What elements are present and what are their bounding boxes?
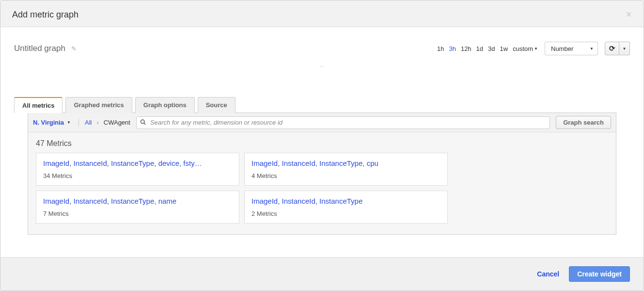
time-range-3h[interactable]: 3h — [449, 45, 456, 52]
custom-label: custom — [513, 45, 533, 52]
caret-down-icon: ▼ — [623, 47, 627, 51]
graph-controls: 1h 3h 12h 1d 3d 1w custom ▼ Number ▼ — [437, 42, 630, 55]
metric-card-title: ImageId, InstanceId, InstanceType — [251, 197, 440, 205]
graph-title-area: Untitled graph ✎ — [14, 44, 77, 53]
metric-card[interactable]: ImageId, InstanceId, InstanceType, devic… — [36, 153, 239, 186]
breadcrumb-root[interactable]: All — [85, 119, 92, 126]
tab-all-metrics[interactable]: All metrics — [14, 97, 63, 113]
metric-cards: ImageId, InstanceId, InstanceType, devic… — [36, 153, 608, 224]
metrics-body: 47 Metrics ImageId, InstanceId, Instance… — [28, 132, 616, 234]
filter-bar: N. Virginia ▼ All › CWAgent Graph — [28, 113, 616, 132]
search-input[interactable] — [136, 116, 550, 129]
chevron-down-icon: ▼ — [67, 120, 71, 125]
time-range-3d[interactable]: 3d — [488, 45, 495, 52]
metrics-panel: N. Virginia ▼ All › CWAgent Graph — [28, 113, 616, 235]
graph-header: Untitled graph ✎ 1h 3h 12h 1d 3d 1w cust… — [0, 27, 644, 63]
breadcrumb: All › CWAgent — [85, 119, 130, 126]
time-range-1w[interactable]: 1w — [500, 45, 508, 52]
chart-type-select[interactable]: Number ▼ — [545, 42, 598, 55]
modal-footer: Cancel Create widget — [0, 257, 644, 291]
close-icon[interactable]: × — [626, 9, 632, 20]
search-wrap — [136, 116, 550, 129]
tabs: All metrics Graphed metrics Graph option… — [14, 97, 630, 113]
svg-point-0 — [141, 120, 144, 124]
tabs-container: All metrics Graphed metrics Graph option… — [0, 97, 644, 235]
graph-title: Untitled graph — [14, 44, 65, 53]
svg-line-1 — [144, 123, 145, 124]
metrics-count: 47 Metrics — [36, 139, 608, 148]
breadcrumb-current: CWAgent — [104, 119, 130, 126]
metric-card-count: 7 Metrics — [43, 210, 232, 217]
metric-card-count: 34 Metrics — [43, 172, 232, 179]
modal-title: Add metric graph — [12, 10, 79, 20]
pencil-icon[interactable]: ✎ — [71, 45, 77, 52]
time-range-1h[interactable]: 1h — [437, 45, 444, 52]
caret-down-icon: ▼ — [590, 47, 594, 51]
time-range-12h[interactable]: 12h — [461, 45, 471, 52]
create-widget-button[interactable]: Create widget — [569, 266, 630, 282]
metric-card[interactable]: ImageId, InstanceId, InstanceType 2 Metr… — [244, 191, 448, 224]
modal-add-metric-graph: Add metric graph × Untitled graph ✎ 1h 3… — [0, 0, 644, 291]
caret-down-icon: ▼ — [534, 47, 538, 51]
metric-card-count: 4 Metrics — [251, 172, 440, 179]
metric-card-title: ImageId, InstanceId, InstanceType, devic… — [43, 159, 232, 167]
metric-card[interactable]: ImageId, InstanceId, InstanceType, cpu 4… — [244, 153, 448, 186]
metric-card[interactable]: ImageId, InstanceId, InstanceType, name … — [36, 191, 239, 224]
region-label: N. Virginia — [33, 119, 64, 126]
metric-card-title: ImageId, InstanceId, InstanceType, cpu — [251, 159, 440, 167]
tab-source[interactable]: Source — [198, 97, 236, 113]
chart-type-value: Number — [551, 45, 573, 52]
metric-card-count: 2 Metrics — [251, 210, 440, 217]
refresh-icon: ⟳ — [609, 44, 615, 53]
refresh-options-button[interactable]: ▼ — [619, 42, 630, 55]
time-range-1d[interactable]: 1d — [476, 45, 483, 52]
resize-handle-icon[interactable]: … — [0, 63, 644, 68]
time-ranges: 1h 3h 12h 1d 3d 1w custom ▼ — [437, 45, 538, 52]
metric-card-title: ImageId, InstanceId, InstanceType, name — [43, 197, 232, 205]
refresh-button[interactable]: ⟳ — [605, 42, 619, 55]
graph-search-button[interactable]: Graph search — [556, 116, 611, 129]
time-range-custom[interactable]: custom ▼ — [513, 45, 538, 52]
modal-body: Untitled graph ✎ 1h 3h 12h 1d 3d 1w cust… — [0, 27, 644, 257]
modal-header: Add metric graph × — [0, 0, 644, 27]
tab-graphed-metrics[interactable]: Graphed metrics — [65, 97, 132, 113]
cancel-button[interactable]: Cancel — [537, 270, 559, 278]
tab-graph-options[interactable]: Graph options — [135, 97, 195, 113]
refresh-button-group: ⟳ ▼ — [605, 42, 630, 55]
region-select[interactable]: N. Virginia ▼ — [33, 119, 79, 126]
chevron-right-icon: › — [96, 119, 98, 126]
chart-area: … — [0, 63, 644, 97]
search-icon — [140, 119, 146, 126]
